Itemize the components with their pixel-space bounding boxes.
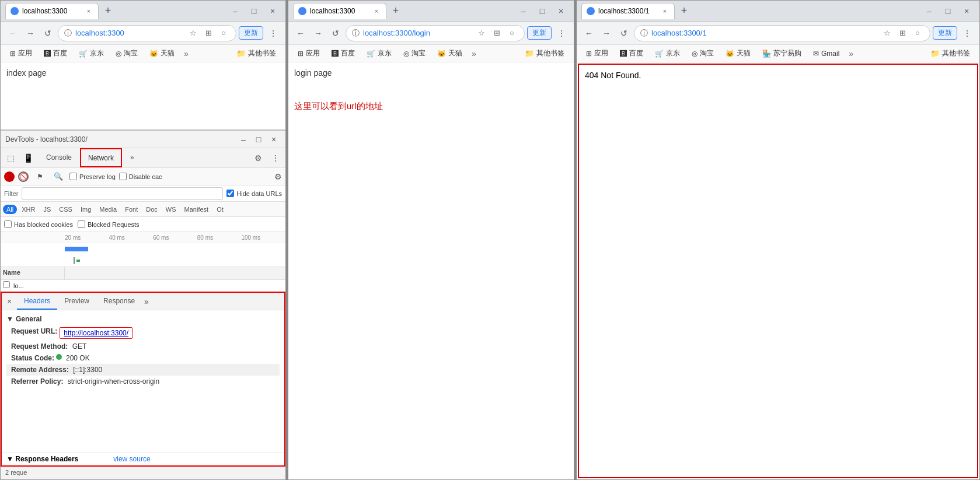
- devtools-settings-btn[interactable]: ⚙: [250, 150, 266, 166]
- clear-btn[interactable]: ⚑: [32, 169, 47, 184]
- bookmark-taobao-middle[interactable]: ◎ 淘宝: [399, 47, 430, 59]
- bookmark-tianmao-middle[interactable]: 🐱 天猫: [433, 47, 467, 59]
- type-img-btn[interactable]: Img: [77, 205, 95, 214]
- bookmark-jd-middle[interactable]: 🛒 京东: [362, 47, 396, 59]
- type-doc-btn[interactable]: Doc: [142, 205, 161, 214]
- blocked-cookies-check[interactable]: Has blocked cookies: [4, 220, 73, 228]
- bookmark-btn-right[interactable]: ☆: [881, 27, 894, 40]
- bookmark-btn-left[interactable]: ☆: [187, 27, 200, 40]
- detail-tab-headers[interactable]: Headers: [17, 293, 57, 310]
- devtools-minimize[interactable]: –: [236, 132, 250, 146]
- back-btn-right[interactable]: ←: [581, 26, 597, 41]
- network-settings-btn[interactable]: ⚙: [274, 172, 282, 181]
- type-js-btn[interactable]: JS: [40, 205, 54, 214]
- devtools-maximize[interactable]: □: [252, 132, 266, 146]
- bookmark-jd-left[interactable]: 🛒 京东: [74, 47, 109, 59]
- bookmark-gmail-right[interactable]: ✉ Gmail: [808, 48, 844, 59]
- new-tab-btn-right[interactable]: +: [677, 4, 691, 18]
- bookmarks-more-middle[interactable]: »: [469, 48, 479, 59]
- maximize-btn-left[interactable]: □: [246, 4, 262, 18]
- bookmark-jd-right[interactable]: 🛒 京东: [650, 47, 685, 59]
- extensions-btn-middle[interactable]: ⊞: [490, 27, 503, 40]
- detail-tab-preview[interactable]: Preview: [57, 293, 96, 310]
- maximize-btn-middle[interactable]: □: [534, 4, 550, 18]
- bookmark-suning-right[interactable]: 🏪 苏宁易购: [758, 47, 806, 59]
- type-media-btn[interactable]: Media: [96, 205, 120, 214]
- profile-btn-right[interactable]: ○: [911, 27, 924, 40]
- type-css-btn[interactable]: CSS: [55, 205, 76, 214]
- other-bookmarks-right[interactable]: 📁 其他书签: [926, 47, 975, 59]
- detail-more-btn[interactable]: »: [142, 295, 151, 309]
- detail-tab-response[interactable]: Response: [96, 293, 142, 310]
- update-btn-middle[interactable]: 更新: [527, 26, 552, 40]
- bookmark-taobao-right[interactable]: ◎ 淘宝: [687, 47, 719, 59]
- disable-cache-check[interactable]: Disable cac: [119, 173, 162, 180]
- bookmark-apps-right[interactable]: ⊞ 应用: [581, 47, 613, 59]
- forward-btn-middle[interactable]: →: [311, 26, 326, 41]
- table-row-1[interactable]: lo...: [1, 280, 285, 292]
- bookmark-tianmao-left[interactable]: 🐱 天猫: [145, 47, 179, 59]
- profile-btn-left[interactable]: ○: [217, 27, 230, 40]
- reload-btn-middle[interactable]: ↺: [328, 26, 343, 41]
- new-tab-btn-middle[interactable]: +: [389, 4, 403, 18]
- devtools-tab-network[interactable]: Network: [80, 148, 122, 167]
- disable-cache-checkbox[interactable]: [119, 173, 127, 180]
- bookmarks-more-left[interactable]: »: [182, 48, 191, 59]
- blocked-requests-checkbox[interactable]: [78, 220, 85, 228]
- bookmark-apps-middle[interactable]: ⊞ 应用: [293, 47, 325, 59]
- view-source-link[interactable]: view source: [113, 455, 150, 463]
- bookmarks-more-right[interactable]: »: [846, 48, 856, 59]
- devtools-more-btn[interactable]: ⋮: [268, 150, 283, 166]
- bookmark-tianmao-right[interactable]: 🐱 天猫: [721, 47, 755, 59]
- type-font-btn[interactable]: Font: [121, 205, 141, 214]
- extensions-btn-right[interactable]: ⊞: [896, 27, 909, 40]
- forward-btn-right[interactable]: →: [599, 26, 614, 41]
- more-btn-right[interactable]: ⋮: [960, 26, 975, 41]
- update-btn-left[interactable]: 更新: [239, 26, 263, 40]
- devtools-tab-console[interactable]: Console: [39, 148, 79, 167]
- preserve-log-check[interactable]: Preserve log: [69, 173, 116, 180]
- back-btn-middle[interactable]: ←: [293, 26, 308, 41]
- close-btn-left[interactable]: ×: [264, 4, 281, 18]
- bookmark-taobao-left[interactable]: ◎ 淘宝: [111, 47, 142, 59]
- preserve-log-checkbox[interactable]: [69, 173, 77, 180]
- new-tab-btn-left[interactable]: +: [101, 4, 115, 18]
- close-btn-middle[interactable]: ×: [553, 4, 569, 18]
- extensions-btn-left[interactable]: ⊞: [202, 27, 215, 40]
- forward-btn-left[interactable]: →: [23, 26, 38, 41]
- hide-urls-checkbox[interactable]: [226, 190, 234, 197]
- close-btn-right[interactable]: ×: [958, 4, 975, 18]
- devtools-inspect-btn[interactable]: ⬚: [3, 150, 18, 166]
- back-btn-left[interactable]: ←: [5, 26, 20, 41]
- tab-right[interactable]: localhost:3300/1 ×: [581, 3, 675, 19]
- tab-close-right[interactable]: ×: [660, 6, 669, 16]
- profile-btn-middle[interactable]: ○: [505, 27, 518, 40]
- type-xhr-btn[interactable]: XHR: [18, 205, 39, 214]
- tab-close-middle[interactable]: ×: [372, 6, 381, 16]
- type-manifest-btn[interactable]: Manifest: [181, 205, 212, 214]
- minimize-btn-middle[interactable]: –: [515, 4, 532, 18]
- tab-middle[interactable]: localhost:3300 ×: [293, 3, 386, 19]
- devtools-close[interactable]: ×: [267, 132, 281, 146]
- req-checkbox-1[interactable]: [1, 281, 12, 290]
- reload-btn-left[interactable]: ↺: [40, 26, 55, 41]
- other-bookmarks-middle[interactable]: 📁 其他书签: [520, 47, 569, 59]
- blocked-cookies-checkbox[interactable]: [4, 220, 12, 228]
- url-bar-left[interactable]: ⓘ localhost:3300 ☆ ⊞ ○: [58, 25, 236, 41]
- minimize-btn-right[interactable]: –: [921, 4, 937, 18]
- tab-left[interactable]: localhost:3300 ×: [5, 3, 99, 19]
- search-btn[interactable]: 🔍: [51, 169, 66, 184]
- bookmark-baidu-middle[interactable]: 🅱 百度: [327, 47, 360, 59]
- update-btn-right[interactable]: 更新: [933, 26, 957, 40]
- type-other-btn[interactable]: Ot: [213, 205, 227, 214]
- minimize-btn-left[interactable]: –: [227, 4, 243, 18]
- bookmark-btn-middle[interactable]: ☆: [475, 27, 488, 40]
- more-btn-left[interactable]: ⋮: [266, 26, 281, 41]
- hide-urls-check[interactable]: Hide data URLs: [226, 190, 282, 197]
- bookmark-baidu-right[interactable]: 🅱 百度: [615, 47, 648, 59]
- type-all-btn[interactable]: All: [3, 205, 17, 214]
- devtools-device-btn[interactable]: 📱: [20, 150, 36, 166]
- maximize-btn-right[interactable]: □: [940, 4, 956, 18]
- more-btn-middle[interactable]: ⋮: [554, 26, 569, 41]
- url-bar-middle[interactable]: ⓘ localhost:3300/login ☆ ⊞ ○: [346, 25, 525, 41]
